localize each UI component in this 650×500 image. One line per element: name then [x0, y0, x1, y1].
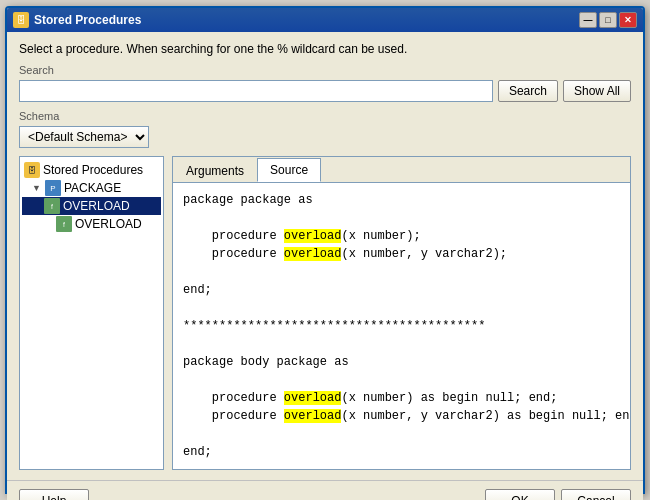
search-row: Search Show All	[19, 80, 631, 102]
code-line-7	[183, 299, 620, 317]
code-line-4: procedure overload(x number, y varchar2)…	[183, 245, 620, 263]
titlebar: 🗄 Stored Procedures — □ ✕	[7, 8, 643, 32]
tree-overload-selected-label: OVERLOAD	[63, 199, 130, 213]
tree-root-label: Stored Procedures	[43, 163, 143, 177]
tree-item-root[interactable]: 🗄 Stored Procedures	[22, 161, 161, 179]
ok-button[interactable]: OK	[485, 489, 555, 500]
code-line-5	[183, 263, 620, 281]
tree-package-label: PACKAGE	[64, 181, 121, 195]
show-all-button[interactable]: Show All	[563, 80, 631, 102]
titlebar-buttons: — □ ✕	[579, 12, 637, 28]
tabs: Arguments Source	[173, 157, 630, 183]
window-icon: 🗄	[13, 12, 29, 28]
description-text: Select a procedure. When searching for o…	[19, 42, 631, 56]
tree-panel: 🗄 Stored Procedures ▼ P PACKAGE f OVERLO…	[19, 156, 164, 470]
footer-right: OK Cancel	[485, 489, 631, 500]
code-line-9	[183, 335, 620, 353]
proc-icon-2: f	[56, 216, 72, 232]
highlight-3: overload	[284, 391, 342, 405]
tab-arguments[interactable]: Arguments	[173, 159, 257, 182]
stored-procedures-window: 🗄 Stored Procedures — □ ✕ Select a proce…	[5, 6, 645, 494]
code-line-3: procedure overload(x number);	[183, 227, 620, 245]
search-input[interactable]	[19, 80, 493, 102]
search-section: Search Search Show All	[19, 64, 631, 102]
tree-item-overload-child[interactable]: f OVERLOAD	[22, 215, 161, 233]
maximize-button[interactable]: □	[599, 12, 617, 28]
code-line-1: package package as	[183, 191, 620, 209]
schema-section: Schema <Default Schema>	[19, 110, 631, 148]
help-button[interactable]: Help	[19, 489, 89, 500]
search-button[interactable]: Search	[498, 80, 558, 102]
main-content: Select a procedure. When searching for o…	[7, 32, 643, 480]
highlight-1: overload	[284, 229, 342, 243]
expand-arrow: ▼	[32, 183, 42, 193]
db-icon: 🗄	[24, 162, 40, 178]
code-line-6: end;	[183, 281, 620, 299]
code-line-13: procedure overload(x number, y varchar2)…	[183, 407, 620, 425]
cancel-button[interactable]: Cancel	[561, 489, 631, 500]
schema-select[interactable]: <Default Schema>	[19, 126, 149, 148]
code-line-8: ****************************************…	[183, 317, 620, 335]
window-title: Stored Procedures	[34, 13, 141, 27]
footer: Help OK Cancel	[7, 480, 643, 500]
highlight-2: overload	[284, 247, 342, 261]
main-area: 🗄 Stored Procedures ▼ P PACKAGE f OVERLO…	[19, 156, 631, 470]
tree-item-overload-selected[interactable]: f OVERLOAD	[22, 197, 161, 215]
right-panel: Arguments Source package package as proc…	[172, 156, 631, 470]
tab-source[interactable]: Source	[257, 158, 321, 182]
code-area: package package as procedure overload(x …	[173, 183, 630, 469]
search-label: Search	[19, 64, 631, 76]
package-icon: P	[45, 180, 61, 196]
code-line-2	[183, 209, 620, 227]
code-line-15: end;	[183, 443, 620, 461]
tree-item-package[interactable]: ▼ P PACKAGE	[22, 179, 161, 197]
schema-label: Schema	[19, 110, 631, 122]
schema-dropdown: <Default Schema>	[19, 126, 631, 148]
code-line-11	[183, 371, 620, 389]
code-line-12: procedure overload(x number) as begin nu…	[183, 389, 620, 407]
minimize-button[interactable]: —	[579, 12, 597, 28]
code-line-10: package body package as	[183, 353, 620, 371]
code-line-14	[183, 425, 620, 443]
tree-overload-child-label: OVERLOAD	[75, 217, 142, 231]
proc-icon-1: f	[44, 198, 60, 214]
close-button[interactable]: ✕	[619, 12, 637, 28]
highlight-4: overload	[284, 409, 342, 423]
titlebar-left: 🗄 Stored Procedures	[13, 12, 141, 28]
footer-left: Help	[19, 489, 89, 500]
